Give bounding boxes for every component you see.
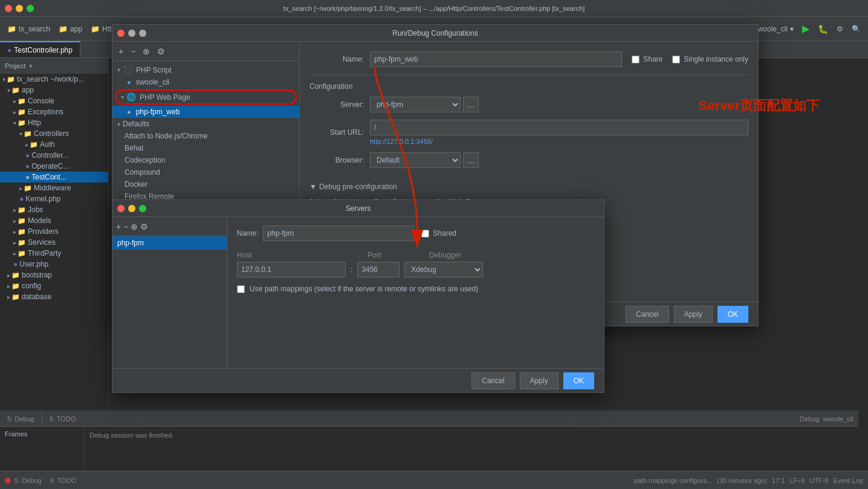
tree-root[interactable]: ▾ 📁 tx_search ~/work/p... xyxy=(0,74,108,85)
host-input[interactable] xyxy=(237,262,346,277)
tree-testcont-file[interactable]: ● TestCont... xyxy=(0,172,108,183)
servers-dialog[interactable]: Servers + − ⊕ ⚙ php-fpm xyxy=(112,199,604,393)
servers-minimize[interactable] xyxy=(128,205,135,212)
tree-controller-file[interactable]: ● Controller... xyxy=(0,150,108,161)
servers-left-panel: + − ⊕ ⚙ php-fpm xyxy=(112,217,227,368)
config-item-swoole-cli[interactable]: ● swoole_cli xyxy=(112,76,299,88)
dialog-close[interactable] xyxy=(117,30,125,37)
debug-tab-label[interactable]: 5: Debug xyxy=(15,477,42,484)
bottom-bar: 5: Debug 6: TODO path mappings configura… xyxy=(0,471,868,489)
traffic-lights[interactable] xyxy=(0,5,34,12)
breadcrumb-app[interactable]: 📁 app xyxy=(56,24,85,34)
config-group-php-script[interactable]: ▾ ⬛ PHP Script xyxy=(112,63,299,76)
server-select[interactable]: php-fpm xyxy=(370,97,461,112)
move-config-button[interactable]: ⚙ xyxy=(155,45,167,57)
servers-cancel-button[interactable]: Cancel xyxy=(471,372,514,389)
lf-indicator: LF÷8 xyxy=(789,477,805,484)
debug-button[interactable]: 🐛 xyxy=(815,23,831,35)
copy-config-button[interactable]: ⊕ xyxy=(140,45,152,57)
settings-button[interactable]: ⚙ xyxy=(834,24,846,34)
servers-ok-button[interactable]: OK xyxy=(563,372,594,389)
port-input[interactable] xyxy=(357,262,400,277)
server-item-php-fpm[interactable]: php-fpm xyxy=(112,236,227,250)
add-server-button[interactable]: + xyxy=(116,222,121,232)
servers-maximize[interactable] xyxy=(139,205,146,212)
debug-config-name: Debug: swoole_cli xyxy=(795,415,858,423)
tree-http[interactable]: ▾ 📁 Http xyxy=(0,117,108,128)
servers-apply-button[interactable]: Apply xyxy=(520,372,559,389)
name-input[interactable] xyxy=(370,51,622,67)
ok-button[interactable]: OK xyxy=(717,306,748,323)
tree-bootstrap[interactable]: ▸ 📁 bootstrap xyxy=(0,270,108,280)
tree-providers[interactable]: ▸ 📁 Providers xyxy=(0,226,108,237)
tree-exceptions[interactable]: ▸ 📁 Exceptions xyxy=(0,106,108,117)
tree-console[interactable]: ▸ 📁 Console xyxy=(0,96,108,106)
toolbar-project-name: tx_search xyxy=(19,25,50,33)
config-item-behat[interactable]: Behat xyxy=(112,142,299,154)
dialog-traffic-lights[interactable] xyxy=(117,30,146,37)
todo-tab[interactable]: 6: TODO xyxy=(42,411,83,426)
search-button[interactable]: 🔍 xyxy=(849,24,863,34)
event-log-button[interactable]: Event Log xyxy=(833,477,863,484)
remove-server-button[interactable]: − xyxy=(123,222,128,232)
run-button[interactable]: ▶ xyxy=(800,22,812,36)
start-url-input[interactable] xyxy=(370,120,748,135)
close-button[interactable] xyxy=(5,5,12,12)
path-mappings-checkbox[interactable] xyxy=(237,285,245,293)
move-server-button[interactable]: ⚙ xyxy=(140,222,148,232)
copy-server-button[interactable]: ⊕ xyxy=(131,222,138,232)
todo-tab-label[interactable]: 6: TODO xyxy=(50,477,77,484)
tree-config[interactable]: ▸ 📁 config xyxy=(0,280,108,291)
debug-tab[interactable]: 5: Debug xyxy=(0,411,42,426)
config-group-defaults[interactable]: ▾ Defaults xyxy=(112,118,299,130)
tree-jobs[interactable]: ▸ 📁 Jobs xyxy=(0,204,108,215)
tree-middleware[interactable]: ▸ 📁 Middleware xyxy=(0,183,108,193)
tree-user-php[interactable]: ● User.php xyxy=(0,259,108,270)
servers-traffic-lights[interactable] xyxy=(117,205,146,212)
tree-thirdparty[interactable]: ▸ 📁 ThirdParty xyxy=(0,248,108,259)
share-checkbox[interactable] xyxy=(632,56,640,63)
config-item-compound[interactable]: Compound xyxy=(112,166,299,178)
config-group-php-web-page[interactable]: ▾ 🌐 PHP Web Page xyxy=(115,89,297,105)
debugger-select[interactable]: Xdebug Zend Debugger xyxy=(404,262,483,277)
tree-services[interactable]: ▸ 📁 Services xyxy=(0,237,108,248)
add-config-button[interactable]: + xyxy=(116,45,126,57)
start-url-row: Start URL: http://127.0.0.1:3456/ xyxy=(309,120,748,145)
servers-close[interactable] xyxy=(117,205,125,212)
apply-button[interactable]: Apply xyxy=(674,306,713,323)
config-item-codeception[interactable]: Codeception xyxy=(112,154,299,166)
tree-models[interactable]: ▸ 📁 Models xyxy=(0,215,108,226)
debug-preconfig-header[interactable]: ▼ Debug pre-configuration xyxy=(309,183,748,191)
title-bar: tx_search [~/work/php/taxiong/1.2.0/tx_s… xyxy=(0,0,868,17)
shared-checkbox[interactable] xyxy=(421,230,429,238)
tree-app[interactable]: ▾ 📁 app xyxy=(0,85,108,96)
single-instance-checkbox[interactable] xyxy=(672,56,680,63)
server-settings-button[interactable]: … xyxy=(463,97,479,112)
debug-label: Debug: xyxy=(800,415,821,423)
minimize-button[interactable] xyxy=(16,5,23,12)
tree-operatec-file[interactable]: ● OperateC... xyxy=(0,161,108,172)
dialog-minimize[interactable] xyxy=(128,30,135,37)
frames-item[interactable]: Frames xyxy=(2,429,82,439)
server-name-input[interactable] xyxy=(263,225,414,241)
tree-kernel[interactable]: ● Kernel.php xyxy=(0,193,108,204)
tab-testcontroller[interactable]: ● TestController.php xyxy=(0,41,80,57)
url-hint[interactable]: http://127.0.0.1:3456/ xyxy=(370,138,748,145)
tree-database[interactable]: ▸ 📁 database xyxy=(0,291,108,302)
remove-config-button[interactable]: − xyxy=(128,45,138,57)
config-item-docker[interactable]: Docker xyxy=(112,178,299,190)
config-item-attach-node[interactable]: Attach to Node.js/Chrome xyxy=(112,130,299,142)
dialog-maximize[interactable] xyxy=(139,30,146,37)
project-label: Project xyxy=(5,62,25,70)
folder-icon: 📁 xyxy=(7,25,16,33)
tree-controllers[interactable]: ▾ 📁 Controllers xyxy=(0,128,108,139)
browser-row: Browser: Default … xyxy=(309,152,748,168)
maximize-button[interactable] xyxy=(27,5,34,12)
tree-auth[interactable]: ▸ 📁 Auth xyxy=(0,139,108,150)
browser-settings-button[interactable]: … xyxy=(463,152,479,168)
project-icon[interactable]: 📁 tx_search xyxy=(5,24,53,34)
browser-select[interactable]: Default xyxy=(370,152,461,168)
config-item-php-fpm-web[interactable]: ● php-fpm_web xyxy=(112,106,299,118)
share-checkbox-row: Share xyxy=(632,55,662,63)
cancel-button[interactable]: Cancel xyxy=(626,306,669,323)
